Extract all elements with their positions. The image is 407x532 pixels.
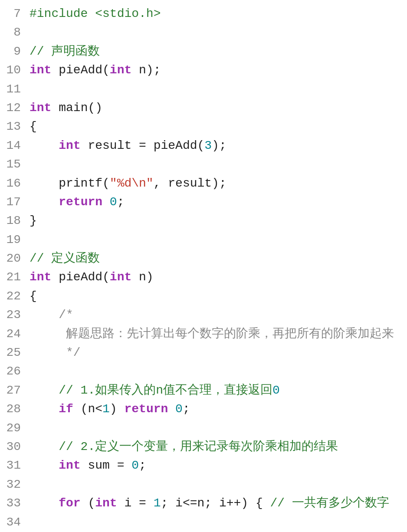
line-number: 14 — [4, 136, 21, 155]
line-number: 31 — [4, 456, 21, 475]
code-line — [30, 419, 403, 437]
line-number: 18 — [4, 211, 21, 230]
line-number: 28 — [4, 400, 21, 418]
code-line — [30, 362, 403, 381]
line-number: 34 — [4, 513, 21, 532]
code-line: { — [30, 287, 403, 305]
line-number: 20 — [4, 249, 21, 268]
code-line: // 定义函数 — [30, 249, 403, 268]
code-line: int main() — [30, 99, 403, 117]
line-number: 8 — [4, 23, 21, 42]
line-number: 16 — [4, 174, 21, 193]
line-number: 13 — [4, 117, 21, 136]
line-number: 9 — [4, 42, 21, 61]
line-number: 27 — [4, 381, 21, 400]
code-line: int pieAdd(int n) — [30, 268, 403, 286]
line-number: 15 — [4, 155, 21, 174]
line-number: 17 — [4, 193, 21, 211]
line-number: 23 — [4, 305, 21, 324]
code-line: printf("%d\n", result); — [30, 174, 403, 193]
line-number: 12 — [4, 99, 21, 117]
code-line — [30, 80, 403, 99]
line-number: 24 — [4, 325, 21, 343]
code-line: for (int i = 1; i<=n; i++) { // 一共有多少个数字 — [30, 494, 403, 512]
code-line: int pieAdd(int n); — [30, 61, 403, 79]
line-number: 30 — [4, 437, 21, 456]
line-number: 19 — [4, 230, 21, 249]
code-line — [30, 23, 403, 42]
code-line: 解题思路：先计算出每个数字的阶乘，再把所有的阶乘加起来 — [30, 325, 403, 343]
code-content: #include <stdio.h> // 声明函数int pieAdd(int… — [25, 4, 407, 532]
code-line: // 1.如果传入的n值不合理，直接返回0 — [30, 381, 403, 400]
code-line: */ — [30, 343, 403, 362]
line-number: 25 — [4, 343, 21, 362]
code-line: } — [30, 211, 403, 230]
code-line: // 声明函数 — [30, 42, 403, 61]
line-number: 21 — [4, 268, 21, 286]
code-line — [30, 155, 403, 174]
code-line: int result = pieAdd(3); — [30, 136, 403, 155]
code-editor: 7891011121314151617181920212223242526272… — [0, 0, 407, 532]
code-line — [30, 230, 403, 249]
code-line: if (n<1) return 0; — [30, 400, 403, 418]
code-line: // 2.定义一个变量，用来记录每次阶乘相加的结果 — [30, 437, 403, 456]
code-line: { — [30, 117, 403, 136]
line-number: 22 — [4, 287, 21, 305]
line-number: 29 — [4, 419, 21, 437]
code-line: return 0; — [30, 193, 403, 211]
line-number: 10 — [4, 61, 21, 79]
line-number: 11 — [4, 80, 21, 99]
line-number: 32 — [4, 475, 21, 494]
code-line: #include <stdio.h> — [30, 4, 403, 23]
code-line — [30, 475, 403, 494]
line-number: 26 — [4, 362, 21, 381]
line-numbers: 7891011121314151617181920212223242526272… — [0, 4, 25, 532]
code-line: /* — [30, 305, 403, 324]
line-number: 33 — [4, 494, 21, 512]
code-line — [30, 513, 403, 532]
line-number: 7 — [4, 4, 21, 23]
code-line: int sum = 0; — [30, 456, 403, 475]
